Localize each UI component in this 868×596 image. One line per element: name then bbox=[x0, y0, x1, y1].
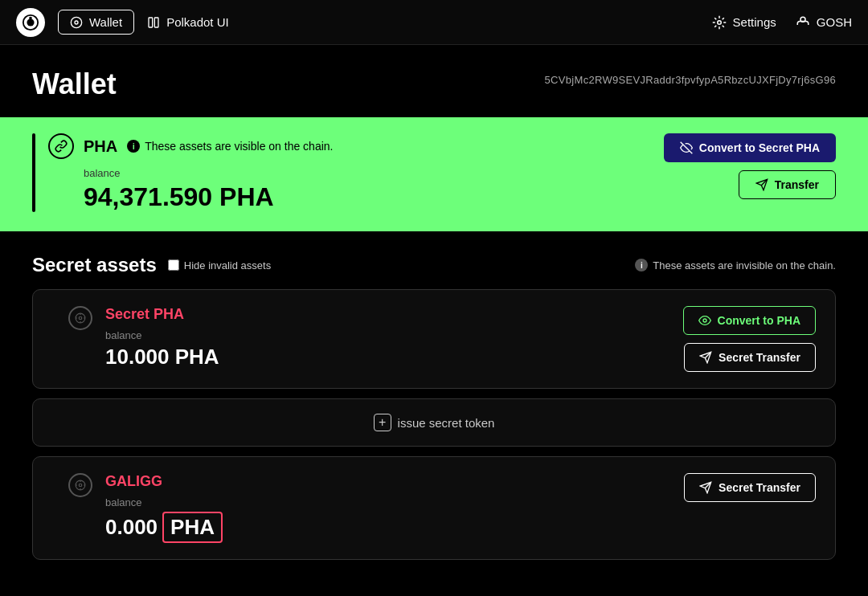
secret-chain-info: i These assets are invisible on the chai… bbox=[635, 259, 836, 271]
convert-to-secret-pha-button[interactable]: Convert to Secret PHA bbox=[664, 133, 836, 162]
secret-pha-target-icon bbox=[68, 306, 92, 330]
asset-cards: Secret PHA balance 10.000 PHA Convert to… bbox=[0, 289, 868, 560]
svg-point-13 bbox=[79, 316, 82, 320]
hide-invalid-checkbox[interactable]: Hide invalid assets bbox=[168, 259, 271, 271]
svg-point-2 bbox=[29, 16, 32, 19]
svg-point-18 bbox=[703, 319, 706, 322]
navbar-right: Settings GOSH bbox=[712, 15, 852, 30]
issue-secret-label: issue secret token bbox=[398, 416, 495, 430]
convert-pha-label: Convert to PHA bbox=[718, 314, 800, 327]
secret-info-icon: i bbox=[635, 259, 648, 271]
pha-actions: Convert to Secret PHA Transfer bbox=[664, 133, 836, 199]
secret-pha-balance-label: balance bbox=[105, 329, 683, 341]
pha-section: PHA i These assets are visible on the ch… bbox=[0, 117, 868, 231]
hide-invalid-label: Hide invalid assets bbox=[184, 259, 271, 271]
secret-pha-card: Secret PHA balance 10.000 PHA Convert to… bbox=[32, 289, 836, 389]
navbar: Wallet Polkadot UI Settings GOSH bbox=[0, 0, 868, 45]
user-label: GOSH bbox=[817, 15, 852, 29]
galigg-balance-unit: PHA bbox=[162, 512, 223, 543]
pha-chain-info: i These assets are visible on the chain. bbox=[127, 140, 333, 153]
svg-point-22 bbox=[79, 484, 82, 487]
transfer-label: Transfer bbox=[775, 178, 819, 191]
svg-rect-5 bbox=[149, 18, 153, 27]
secret-assets-title: Secret assets bbox=[32, 254, 157, 276]
galigg-target-icon bbox=[68, 473, 92, 497]
secret-pha-icon-col bbox=[68, 306, 92, 330]
page-header: Wallet 5CVbjMc2RW9SEVJRaddr3fpvfypA5Rbzc… bbox=[0, 45, 868, 117]
pha-info-icon: i bbox=[127, 140, 140, 153]
galigg-icon-col bbox=[68, 473, 92, 497]
galigg-body: GALIGG balance 0.000 PHA bbox=[105, 473, 684, 543]
transfer-button[interactable]: Transfer bbox=[739, 170, 836, 199]
page-title: Wallet bbox=[32, 67, 117, 101]
secret-transfer-label-1: Secret Transfer bbox=[719, 351, 800, 364]
galigg-balance-value: 0.000 bbox=[105, 515, 158, 540]
svg-point-1 bbox=[27, 18, 34, 26]
user-button[interactable]: GOSH bbox=[796, 15, 852, 30]
hide-invalid-input[interactable] bbox=[168, 259, 179, 271]
plus-icon: + bbox=[374, 414, 391, 431]
wallet-address: 5CVbjMc2RW9SEVJRaddr3fpvfypA5RbzcUJXFjDy… bbox=[545, 74, 836, 86]
secret-transfer-button-2[interactable]: Secret Transfer bbox=[684, 473, 816, 502]
app-logo bbox=[16, 8, 45, 37]
wallet-nav-button[interactable]: Wallet bbox=[58, 10, 134, 35]
secret-transfer-label-2: Secret Transfer bbox=[719, 481, 800, 494]
secret-chain-note: These assets are invisible on the chain. bbox=[653, 259, 836, 271]
wallet-nav-label: Wallet bbox=[89, 15, 122, 29]
galigg-name: GALIGG bbox=[105, 473, 684, 490]
polkadot-nav-label: Polkadot UI bbox=[166, 15, 229, 29]
secret-pha-name: Secret PHA bbox=[105, 306, 683, 323]
secret-pha-actions: Convert to PHA Secret Transfer bbox=[683, 306, 816, 372]
svg-point-3 bbox=[71, 17, 81, 27]
secret-assets-header: Secret assets Hide invalid assets i Thes… bbox=[0, 231, 868, 289]
galigg-actions: Secret Transfer bbox=[684, 473, 816, 502]
secret-pha-balance-value: 10.000 PHA bbox=[105, 345, 683, 369]
secret-transfer-button-1[interactable]: Secret Transfer bbox=[684, 343, 816, 372]
galigg-balance-label: balance bbox=[105, 496, 684, 508]
link-icon bbox=[48, 133, 74, 159]
polkadot-nav-button[interactable]: Polkadot UI bbox=[147, 15, 229, 29]
convert-secret-label: Convert to Secret PHA bbox=[699, 141, 820, 154]
galigg-card: GALIGG balance 0.000 PHA Secret Transfer bbox=[32, 456, 836, 560]
pha-title: PHA bbox=[84, 137, 117, 156]
svg-rect-6 bbox=[154, 18, 158, 27]
pha-chain-note: These assets are visible on the chain. bbox=[145, 140, 333, 153]
secret-pha-body: Secret PHA balance 10.000 PHA bbox=[105, 306, 683, 369]
issue-secret-token-button[interactable]: + issue secret token bbox=[374, 414, 495, 431]
svg-point-4 bbox=[75, 21, 78, 24]
svg-point-7 bbox=[717, 20, 721, 24]
issue-secret-token-card[interactable]: + issue secret token bbox=[32, 398, 836, 447]
settings-button[interactable]: Settings bbox=[712, 15, 776, 30]
pha-left-border bbox=[32, 133, 35, 212]
settings-label: Settings bbox=[733, 15, 776, 29]
convert-to-pha-button[interactable]: Convert to PHA bbox=[683, 306, 816, 335]
